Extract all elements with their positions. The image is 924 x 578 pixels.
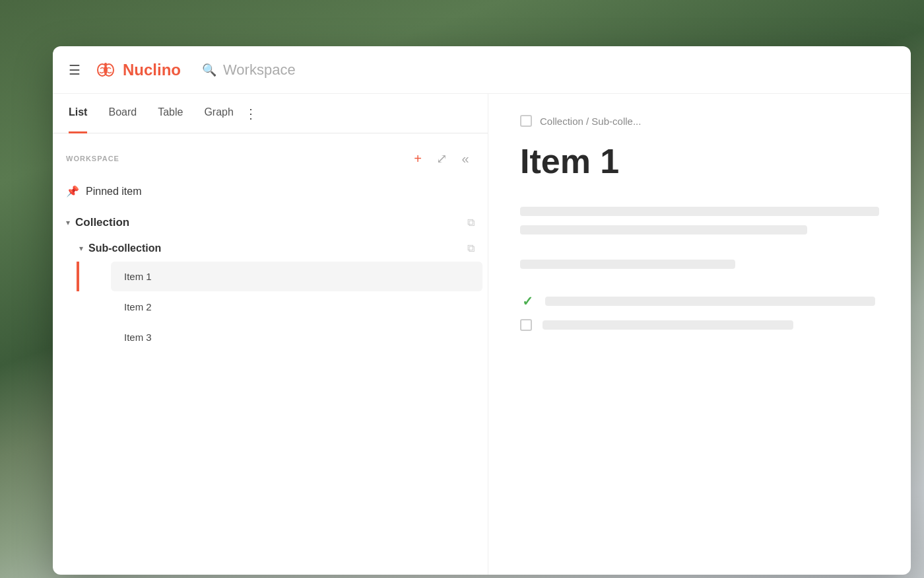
collection-name: Collection	[75, 216, 129, 229]
collection: ▾ Collection ⧉ ▾ Sub-collection ⧉	[53, 209, 488, 352]
pinned-item[interactable]: 📌 Pinned item	[53, 178, 488, 204]
logo-text: Nuclino	[123, 61, 181, 79]
add-item-button[interactable]: +	[409, 149, 427, 168]
check-line-1	[545, 297, 875, 306]
logo-area[interactable]: Nuclino	[94, 58, 181, 82]
breadcrumb-text: Collection / Sub-colle...	[540, 116, 641, 127]
workspace-label: WORKSPACE	[66, 155, 119, 163]
sub-collection-copy-icon: ⧉	[467, 242, 475, 254]
collection-header-left: ▾ Collection	[66, 216, 129, 229]
workspace-actions: + ⤢ «	[409, 149, 475, 168]
check-line-2	[543, 320, 793, 330]
list-item-1[interactable]: Item 1	[111, 262, 482, 291]
check-icon-checked[interactable]: ✓	[520, 294, 535, 308]
sidebar: List Board Table Graph ⋮ WORKSPACE	[53, 94, 488, 575]
tab-list[interactable]: List	[69, 94, 87, 133]
search-area[interactable]: 🔍 Workspace	[202, 61, 296, 79]
tabs: List Board Table Graph ⋮	[53, 94, 488, 133]
pin-icon: 📌	[66, 185, 79, 198]
sidebar-content: WORKSPACE + ⤢ « 📌 Pinned item	[53, 133, 488, 575]
tab-board[interactable]: Board	[108, 94, 137, 133]
check-icon-unchecked[interactable]	[520, 319, 532, 331]
content-line-3	[520, 260, 735, 269]
breadcrumb-area: Collection / Sub-colle...	[520, 115, 879, 127]
search-placeholder: Workspace	[223, 61, 296, 79]
app-window: ☰ Nuclino 🔍 Workspace	[53, 46, 911, 575]
content-area: List Board Table Graph ⋮ WORKSPACE	[53, 94, 911, 575]
content-line-2	[520, 225, 807, 235]
sub-collection-header[interactable]: ▾ Sub-collection ⧉	[66, 236, 488, 261]
brain-icon	[94, 58, 117, 82]
collection-copy-icon: ⧉	[467, 217, 475, 229]
content-spacer-1	[520, 244, 879, 260]
collection-header[interactable]: ▾ Collection ⧉	[53, 209, 488, 236]
list-item-2[interactable]: Item 2	[111, 292, 482, 322]
checklist-item-2	[520, 319, 879, 331]
collapse-button[interactable]: «	[456, 149, 475, 168]
tab-graph[interactable]: Graph	[204, 94, 233, 133]
item-title: Item 1	[520, 143, 879, 180]
collection-chevron: ▾	[66, 218, 70, 227]
sub-collection-name: Sub-collection	[88, 242, 161, 254]
main-panel: Collection / Sub-colle... Item 1 ✓	[488, 94, 911, 575]
list-item-3[interactable]: Item 3	[111, 322, 482, 352]
content-line-1	[520, 207, 879, 216]
menu-icon[interactable]: ☰	[69, 62, 81, 78]
expand-button[interactable]: ⤢	[432, 149, 451, 168]
checklist-item-1: ✓	[520, 294, 879, 308]
sub-collection-chevron: ▾	[79, 244, 83, 253]
content-spacer-2	[520, 278, 879, 294]
sub-collection-header-left: ▾ Sub-collection	[79, 242, 161, 254]
tab-table[interactable]: Table	[158, 94, 183, 133]
tabs-more-button[interactable]: ⋮	[244, 106, 257, 122]
workspace-header: WORKSPACE + ⤢ «	[53, 144, 488, 173]
search-icon: 🔍	[202, 63, 216, 77]
header: ☰ Nuclino 🔍 Workspace	[53, 46, 911, 94]
items-list: Item 1 Item 2 Item 3	[106, 262, 488, 352]
sub-collection: ▾ Sub-collection ⧉ Item 1 Item 2	[66, 236, 488, 352]
pinned-item-label: Pinned item	[86, 186, 142, 198]
breadcrumb-checkbox[interactable]	[520, 115, 532, 127]
svg-point-2	[104, 63, 107, 65]
